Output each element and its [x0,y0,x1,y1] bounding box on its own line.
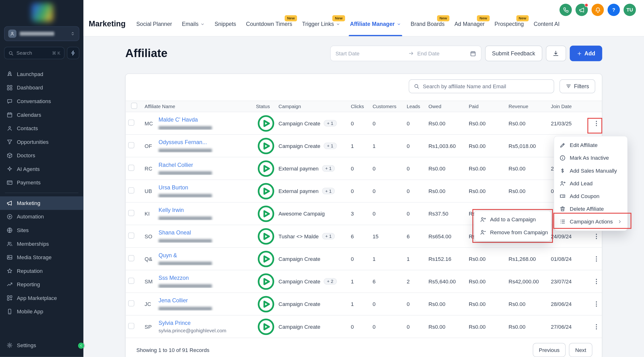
sidebar-item[interactable]: Conversations [0,94,84,108]
tab[interactable]: Countdown Timers New [246,12,292,36]
sidebar-item-settings[interactable]: Settings [0,338,84,352]
affiliate-name-link[interactable]: Sylvia Prince [158,320,226,326]
redacted-email-bar [158,194,212,198]
row-actions-button[interactable]: ⋮ [592,276,601,286]
sidebar-item[interactable]: Automation [0,210,84,224]
sidebar-item[interactable]: Payments [0,176,84,190]
row-checkbox[interactable] [128,300,134,306]
phone-icon[interactable] [560,4,572,16]
row-actions-button[interactable]: ⋮ [592,231,601,241]
campaign-name: External paymen [278,188,319,194]
filters-button[interactable]: Filters [560,79,595,93]
row-actions-button[interactable]: ⋮ [592,299,601,309]
sidebar-item[interactable]: Reporting [0,278,84,291]
menu-item[interactable]: Campaign Actions [554,215,627,228]
row-checkbox[interactable] [128,165,134,171]
announcements-icon[interactable] [576,4,588,16]
tab[interactable]: Brand Boards New [411,12,444,36]
tab[interactable]: Emails [182,12,205,36]
menu-item[interactable]: Edit Affiliate [554,139,627,152]
tab[interactable]: Trigger Links New [302,12,340,36]
affiliate-search-input[interactable] [423,83,549,90]
affiliate-name-link[interactable]: Rachel Collier [158,162,212,168]
row-checkbox[interactable] [128,142,134,148]
row-checkbox[interactable] [128,210,134,216]
download-button[interactable] [546,46,566,61]
tab[interactable]: Prospecting New [495,12,524,36]
avatar[interactable]: TU [624,4,636,16]
sidebar-item[interactable]: Launchpad [0,67,84,81]
tab[interactable]: Snippets [214,12,236,36]
menu-item[interactable]: Add Lead [554,177,627,190]
help-icon[interactable]: ? [608,4,620,16]
affiliate-name-link[interactable]: Shana Oneal [158,230,212,236]
status-active-icon [256,204,276,224]
affiliate-name-link[interactable]: Quyn & [158,252,212,258]
sidebar-item[interactable]: Sites [0,224,84,237]
sidebar-item[interactable]: Mobile App [0,305,84,318]
sidebar-item[interactable]: AI Agents [0,162,84,176]
sidebar-search[interactable]: ⌘ K [4,47,64,59]
account-switcher[interactable] [4,26,79,41]
row-actions-button[interactable]: ⋮ [592,254,601,264]
submit-feedback-button[interactable]: Submit Feedback [485,46,542,61]
sidebar-item[interactable]: Memberships [0,237,84,251]
row-actions-button[interactable]: ⋮ [592,118,601,128]
tab[interactable]: Social Planner [136,12,172,36]
row-actions-button[interactable]: ⋮ [592,322,601,332]
sidebar-item[interactable]: Calendars [0,108,84,122]
end-date-input[interactable] [417,50,466,56]
leads-value: 0 [404,166,426,172]
row-checkbox[interactable] [128,255,134,261]
tab[interactable]: Affiliate Manager [350,12,401,36]
sidebar-item-label: Contacts [17,126,38,132]
affiliate-name-link[interactable]: Kelly Irwin [158,207,212,214]
user-minus-icon [480,229,486,236]
sidebar-item[interactable]: Contacts [0,122,84,135]
redacted-email-bar [158,171,212,175]
tab[interactable]: Content AI [534,12,560,36]
start-date-input[interactable] [336,50,405,56]
row-checkbox[interactable] [128,323,134,329]
sidebar-item-label: Memberships [17,241,49,247]
sidebar-item[interactable]: App Marketplace [0,291,84,305]
submenu-item[interactable]: Add to a Campaign [474,213,551,226]
quick-actions-button[interactable] [67,47,79,59]
affiliate-search[interactable] [409,79,554,93]
affiliate-initials: RC [144,166,154,172]
sidebar-item[interactable]: Dashboard [0,81,84,95]
date-range-picker[interactable] [330,46,481,61]
sidebar-item-label: Media Storage [17,254,52,260]
tab[interactable]: Ad Manager New [454,12,484,36]
next-page-button[interactable]: Next [569,343,592,357]
sidebar-item[interactable]: Reputation [0,264,84,278]
sidebar-item[interactable]: Marketing [0,196,84,210]
menu-item[interactable]: Mark As Inactive [554,152,627,164]
add-affiliate-button[interactable]: Add [570,46,602,61]
row-checkbox[interactable] [128,232,134,239]
sidebar-search-input[interactable] [16,50,49,56]
revenue-value: Rs0.00 [506,324,548,330]
menu-item[interactable]: Add Coupon [554,190,627,202]
notifications-bell-icon[interactable] [592,4,604,16]
affiliate-name-link[interactable]: Ursa Burton [158,184,212,190]
submenu-item[interactable]: Remove from Campaign [474,226,551,238]
previous-page-button[interactable]: Previous [533,343,566,357]
select-all-checkbox[interactable] [131,102,138,108]
affiliate-name-link[interactable]: Odysseus Fernan... [158,139,212,146]
sidebar-collapse-toggle[interactable] [78,342,84,349]
menu-item[interactable]: Delete Affiliate [554,202,627,215]
row-checkbox[interactable] [128,278,134,284]
status-active-icon [256,181,276,201]
table-footer: Showing 1 to 10 of 91 Records Previous N… [126,338,602,357]
sidebar-item[interactable]: Media Storage [0,250,84,264]
row-checkbox[interactable] [128,187,134,194]
sidebar-item[interactable]: Opportunities [0,135,84,149]
affiliate-name-link[interactable]: Sss Mezzon [158,275,212,281]
menu-item[interactable]: Add Sales Manually [554,164,627,177]
sidebar-item[interactable]: Doctors [0,149,84,162]
affiliate-name-link[interactable]: Jena Collier [158,297,212,304]
row-checkbox[interactable] [128,120,134,126]
tab-label: Countdown Timers [246,21,292,27]
affiliate-name-link[interactable]: Malde C' Havda [158,117,212,123]
